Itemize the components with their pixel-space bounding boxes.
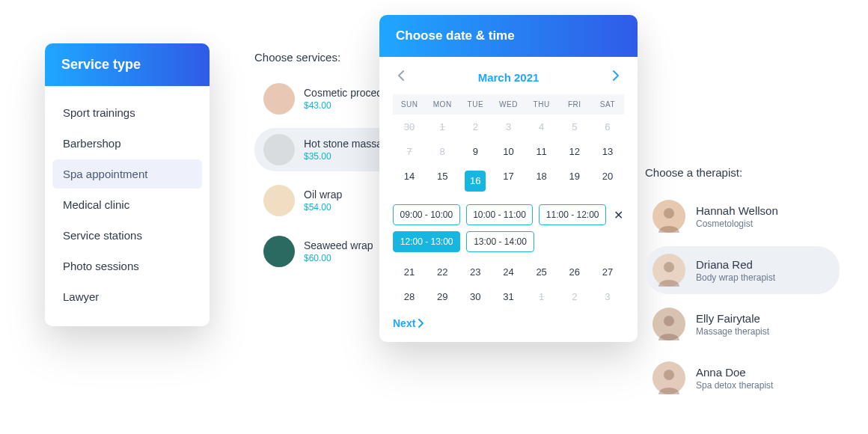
calendar-day[interactable]: 11 [525, 139, 558, 164]
calendar-day[interactable]: 6 [591, 114, 624, 139]
calendar-day[interactable]: 18 [525, 164, 558, 198]
service-thumb [263, 185, 295, 216]
service-type-list: Sport trainingsBarbershopSpa appointment… [45, 86, 210, 326]
service-type-item[interactable]: Barbershop [52, 129, 202, 158]
calendar-dow: SAT [591, 94, 624, 114]
therapist-avatar [652, 361, 685, 394]
service-price: $60.00 [304, 253, 373, 263]
therapist-item[interactable]: Anna DoeSpa detox therapist [645, 354, 840, 402]
therapist-name: Elly Fairytale [696, 312, 769, 325]
calendar-dow: MON [426, 94, 459, 114]
calendar-day[interactable]: 7 [393, 139, 426, 164]
chevron-left-icon [397, 70, 405, 81]
therapist-role: Body wrap therapist [696, 272, 775, 283]
calendar-week-row: 30123456 [393, 114, 624, 139]
calendar-day[interactable]: 14 [393, 164, 426, 198]
service-thumb [263, 236, 295, 267]
service-type-panel: Service type Sport trainingsBarbershopSp… [45, 43, 210, 326]
calendar-day[interactable]: 3 [591, 284, 624, 309]
calendar-dow: WED [492, 94, 525, 114]
calendar-dow: THU [525, 94, 558, 114]
calendar-day[interactable]: 23 [459, 260, 492, 284]
service-thumb [263, 134, 295, 165]
calendar-day[interactable]: 26 [558, 260, 591, 284]
calendar-day[interactable]: 4 [525, 114, 558, 139]
calendar-day[interactable]: 28 [393, 284, 426, 309]
calendar-day[interactable]: 5 [558, 114, 591, 139]
time-slot[interactable]: 12:00 - 13:00 [393, 231, 460, 252]
therapist-avatar [652, 200, 685, 233]
calendar-day[interactable]: 12 [558, 139, 591, 164]
therapist-avatar [652, 254, 685, 287]
next-month-button[interactable] [608, 67, 624, 87]
time-slot[interactable]: 10:00 - 11:00 [466, 204, 534, 225]
calendar-nav: March 2021 [393, 67, 624, 87]
prev-month-button[interactable] [393, 67, 409, 87]
calendar-day[interactable]: 27 [591, 260, 624, 284]
calendar-day[interactable]: 24 [492, 260, 525, 284]
therapist-title: Choose a therapist: [645, 166, 840, 179]
avatar-icon [652, 361, 685, 394]
chevron-right-icon [612, 70, 620, 81]
close-slots-button[interactable]: ✕ [612, 208, 624, 222]
therapist-role: Spa detox therapist [696, 380, 773, 391]
calendar-day[interactable]: 22 [426, 260, 459, 284]
calendar-day[interactable]: 19 [558, 164, 591, 198]
calendar-day[interactable]: 30 [459, 284, 492, 309]
service-type-item[interactable]: Photo sessions [52, 251, 202, 281]
therapist-item[interactable]: Driana RedBody wrap therapist [645, 246, 840, 294]
therapist-name: Driana Red [696, 258, 775, 271]
chevron-right-icon [418, 319, 424, 328]
service-type-title: Service type [45, 43, 210, 86]
service-name: Seaweed wrap [304, 239, 373, 251]
service-type-item[interactable]: Service stations [52, 221, 202, 250]
calendar-day[interactable]: 17 [492, 164, 525, 198]
therapist-item[interactable]: Elly FairytaleMassage therapist [645, 300, 840, 348]
service-type-item[interactable]: Medical clinic [52, 190, 202, 219]
calendar-month-label: March 2021 [478, 71, 540, 84]
calendar-day[interactable]: 20 [591, 164, 624, 198]
calendar-day[interactable]: 2 [459, 114, 492, 139]
service-type-item[interactable]: Spa appointment [52, 159, 202, 189]
therapist-item[interactable]: Hannah WellsonCosmetologist [645, 192, 840, 240]
service-type-item[interactable]: Lawyer [52, 282, 202, 311]
therapist-name: Anna Doe [696, 366, 773, 379]
calendar-day[interactable]: 9 [459, 139, 492, 164]
avatar-icon [652, 200, 685, 233]
avatar-icon [652, 254, 685, 287]
calendar-day[interactable]: 10 [492, 139, 525, 164]
calendar-day[interactable]: 25 [525, 260, 558, 284]
calendar-day[interactable]: 1 [426, 114, 459, 139]
calendar-dow-row: SUNMONTUEWEDTHUFRISAT [393, 94, 624, 114]
calendar-day[interactable]: 15 [426, 164, 459, 198]
service-type-item[interactable]: Sport trainings [52, 98, 202, 127]
therapist-name: Hannah Wellson [696, 204, 778, 217]
svg-point-1 [664, 262, 674, 272]
calendar-day[interactable]: 21 [393, 260, 426, 284]
calendar-title: Choose date & time [379, 15, 638, 57]
calendar-day[interactable]: 13 [591, 139, 624, 164]
service-price: $54.00 [304, 202, 342, 213]
calendar-dow: SUN [393, 94, 426, 114]
avatar-icon [652, 308, 685, 340]
calendar-week-row: 21222324252627 [393, 260, 624, 284]
calendar-day[interactable]: 2 [558, 284, 591, 309]
time-slot-row: 09:00 - 10:0010:00 - 11:0011:00 - 12:00✕ [393, 204, 624, 225]
calendar-day[interactable]: 31 [492, 284, 525, 309]
time-slot[interactable]: 09:00 - 10:00 [393, 204, 460, 225]
time-slots: 09:00 - 10:0010:00 - 11:0011:00 - 12:00✕… [393, 204, 624, 252]
time-slot[interactable]: 11:00 - 12:00 [539, 204, 606, 225]
service-thumb [263, 83, 295, 114]
calendar-day[interactable]: 30 [393, 114, 426, 139]
calendar-day[interactable]: 16 [459, 164, 492, 198]
calendar-day[interactable]: 29 [426, 284, 459, 309]
calendar-day[interactable]: 8 [426, 139, 459, 164]
calendar-day[interactable]: 3 [492, 114, 525, 139]
service-name: Oil wrap [304, 189, 342, 201]
time-slot[interactable]: 13:00 - 14:00 [466, 231, 534, 252]
calendar-dow: FRI [558, 94, 591, 114]
next-button[interactable]: Next [393, 317, 424, 329]
therapist-role: Massage therapist [696, 326, 769, 337]
calendar-day[interactable]: 1 [525, 284, 558, 309]
calendar-panel: Choose date & time March 2021 SUNMONTUEW… [379, 15, 638, 342]
